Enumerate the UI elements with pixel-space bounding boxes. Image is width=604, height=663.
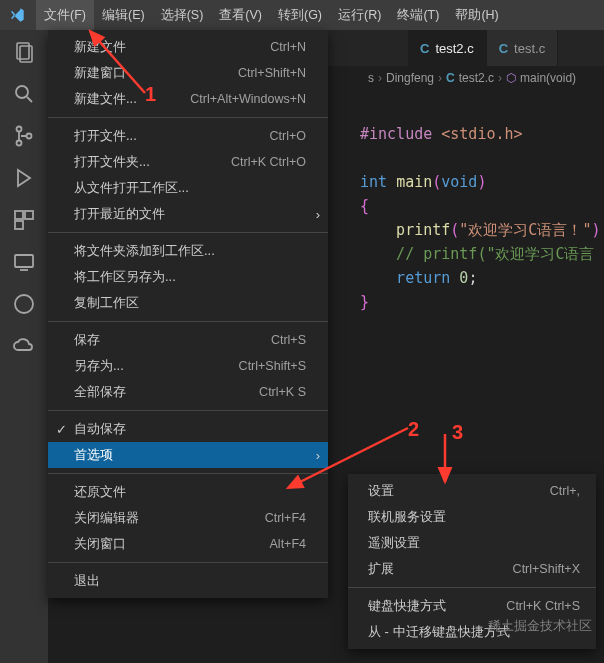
source-control-icon[interactable]	[10, 122, 38, 150]
menu-item-label: 关闭窗口	[74, 535, 126, 553]
keyboard-shortcut: Ctrl+K Ctrl+S	[506, 599, 580, 613]
code-token: #include	[360, 125, 432, 143]
chevron-right-icon: ›	[498, 71, 502, 85]
menu-item[interactable]: 退出	[48, 568, 328, 594]
submenu-item[interactable]: 扩展Ctrl+Shift+X	[348, 556, 596, 582]
symbol-method-icon: ⬡	[506, 71, 516, 85]
keyboard-shortcut: Ctrl+Shift+S	[239, 359, 306, 373]
menu-item[interactable]: 从文件打开工作区...	[48, 175, 328, 201]
menu-item-label: 扩展	[368, 560, 394, 578]
menubar: 文件(F) 编辑(E) 选择(S) 查看(V) 转到(G) 运行(R) 终端(T…	[0, 0, 604, 30]
menu-item-label: 新建文件	[74, 38, 126, 56]
menu-separator	[48, 410, 328, 411]
menu-item[interactable]: 全部保存Ctrl+K S	[48, 379, 328, 405]
chevron-right-icon: ›	[378, 71, 382, 85]
code-token: )	[591, 221, 600, 239]
menu-separator	[48, 321, 328, 322]
code-token: }	[360, 293, 369, 311]
svg-rect-9	[15, 255, 33, 267]
keyboard-shortcut: Ctrl+,	[550, 484, 580, 498]
menu-item[interactable]: 另存为...Ctrl+Shift+S	[48, 353, 328, 379]
file-menu-dropdown: 新建文件Ctrl+N新建窗口Ctrl+Shift+N新建文件...Ctrl+Al…	[48, 30, 328, 598]
menu-item-label: 打开文件...	[74, 127, 137, 145]
svg-point-5	[27, 134, 32, 139]
menu-item[interactable]: ✓自动保存	[48, 416, 328, 442]
menu-go[interactable]: 转到(G)	[270, 0, 330, 30]
menu-item-label: 将工作区另存为...	[74, 268, 176, 286]
menu-item[interactable]: 新建窗口Ctrl+Shift+N	[48, 60, 328, 86]
menu-separator	[48, 562, 328, 563]
menu-item-label: 设置	[368, 482, 394, 500]
github-icon[interactable]	[10, 290, 38, 318]
menu-item[interactable]: 新建文件...Ctrl+Alt+Windows+N	[48, 86, 328, 112]
run-debug-icon[interactable]	[10, 164, 38, 192]
c-file-icon: C	[420, 41, 429, 56]
submenu-item[interactable]: 键盘快捷方式Ctrl+K Ctrl+S	[348, 593, 596, 619]
breadcrumb-seg: Dingfeng	[386, 71, 434, 85]
keyboard-shortcut: Ctrl+S	[271, 333, 306, 347]
keyboard-shortcut: Ctrl+O	[270, 129, 306, 143]
tab-test[interactable]: C test.c	[487, 30, 558, 66]
menu-item[interactable]: 将文件夹添加到工作区...	[48, 238, 328, 264]
menu-item[interactable]: 首选项›	[48, 442, 328, 468]
code-token: {	[360, 197, 369, 215]
code-token: "欢迎学习C语言！"	[459, 221, 591, 239]
code-token: <stdio.h>	[432, 125, 522, 143]
keyboard-shortcut: Alt+F4	[270, 537, 306, 551]
menu-item-label: 关闭编辑器	[74, 509, 139, 527]
keyboard-shortcut: Ctrl+N	[270, 40, 306, 54]
menu-item[interactable]: 打开文件...Ctrl+O	[48, 123, 328, 149]
submenu-item[interactable]: 遥测设置	[348, 530, 596, 556]
menu-help[interactable]: 帮助(H)	[447, 0, 506, 30]
remote-icon[interactable]	[10, 248, 38, 276]
menu-file[interactable]: 文件(F)	[36, 0, 94, 30]
tab-test2[interactable]: C test2.c	[408, 30, 487, 66]
menu-item-label: 自动保存	[74, 420, 126, 438]
breadcrumb-seg: s	[368, 71, 374, 85]
keyboard-shortcut: Ctrl+F4	[265, 511, 306, 525]
menu-item[interactable]: 保存Ctrl+S	[48, 327, 328, 353]
menu-item-label: 保存	[74, 331, 100, 349]
check-icon: ✓	[56, 422, 67, 437]
code-token: printf	[360, 221, 450, 239]
menu-item[interactable]: 关闭窗口Alt+F4	[48, 531, 328, 557]
menu-item[interactable]: 还原文件	[48, 479, 328, 505]
svg-rect-6	[15, 211, 23, 219]
keyboard-shortcut: Ctrl+Shift+X	[513, 562, 580, 576]
menu-run[interactable]: 运行(R)	[330, 0, 389, 30]
menu-view[interactable]: 查看(V)	[211, 0, 270, 30]
menu-item[interactable]: 打开最近的文件›	[48, 201, 328, 227]
menu-separator	[348, 587, 596, 588]
svg-point-10	[15, 295, 33, 313]
menu-item-label: 打开最近的文件	[74, 205, 165, 223]
svg-point-2	[16, 86, 28, 98]
menu-item-label: 联机服务设置	[368, 508, 446, 526]
menu-item[interactable]: 将工作区另存为...	[48, 264, 328, 290]
c-file-icon: C	[499, 41, 508, 56]
keyboard-shortcut: Ctrl+K S	[259, 385, 306, 399]
code-token: )	[477, 173, 486, 191]
explorer-icon[interactable]	[10, 38, 38, 66]
submenu-item[interactable]: 联机服务设置	[348, 504, 596, 530]
menu-item[interactable]: 新建文件Ctrl+N	[48, 34, 328, 60]
menu-edit[interactable]: 编辑(E)	[94, 0, 153, 30]
watermark-text: 稀土掘金技术社区	[488, 617, 592, 635]
menu-item[interactable]: 关闭编辑器Ctrl+F4	[48, 505, 328, 531]
menu-item[interactable]: 复制工作区	[48, 290, 328, 316]
menu-item-label: 新建文件...	[74, 90, 137, 108]
extensions-icon[interactable]	[10, 206, 38, 234]
cloud-icon[interactable]	[10, 332, 38, 360]
breadcrumb-seg: test2.c	[459, 71, 494, 85]
menu-separator	[48, 117, 328, 118]
breadcrumb-seg: main(void)	[520, 71, 576, 85]
menu-terminal[interactable]: 终端(T)	[389, 0, 447, 30]
menu-selection[interactable]: 选择(S)	[153, 0, 212, 30]
menu-separator	[48, 473, 328, 474]
menu-item[interactable]: 打开文件夹...Ctrl+K Ctrl+O	[48, 149, 328, 175]
menu-item-label: 全部保存	[74, 383, 126, 401]
submenu-item[interactable]: 设置Ctrl+,	[348, 478, 596, 504]
code-token: // printf("欢迎学习C语言	[360, 245, 595, 263]
menu-item-label: 退出	[74, 572, 100, 590]
search-icon[interactable]	[10, 80, 38, 108]
svg-point-3	[17, 127, 22, 132]
